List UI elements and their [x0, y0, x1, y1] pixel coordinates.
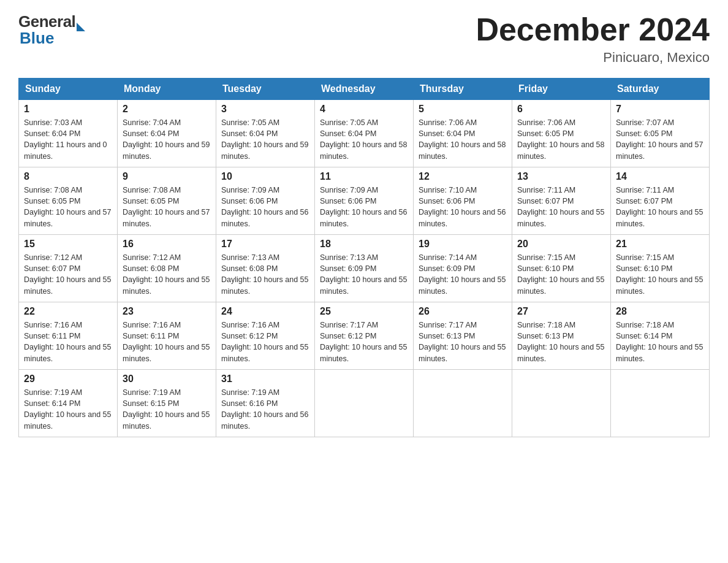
- calendar-header-saturday: Saturday: [611, 79, 710, 100]
- calendar-cell: 8 Sunrise: 7:08 AMSunset: 6:05 PMDayligh…: [19, 167, 118, 235]
- day-number: 30: [123, 373, 211, 385]
- day-number: 28: [616, 306, 704, 317]
- day-number: 24: [221, 306, 309, 317]
- calendar-cell: 12 Sunrise: 7:10 AMSunset: 6:06 PMDaylig…: [414, 167, 512, 235]
- day-number: 23: [123, 306, 211, 317]
- calendar-cell: 20 Sunrise: 7:15 AMSunset: 6:10 PMDaylig…: [512, 235, 611, 302]
- calendar-cell: 28 Sunrise: 7:18 AMSunset: 6:14 PMDaylig…: [611, 302, 710, 370]
- page-header: General Blue December 2024 Pinicuaro, Me…: [18, 12, 710, 66]
- calendar-header-thursday: Thursday: [414, 79, 512, 100]
- day-info: Sunrise: 7:11 AMSunset: 6:07 PMDaylight:…: [517, 186, 604, 228]
- calendar-header-monday: Monday: [118, 79, 216, 100]
- day-info: Sunrise: 7:05 AMSunset: 6:04 PMDaylight:…: [320, 118, 407, 160]
- day-info: Sunrise: 7:17 AMSunset: 6:12 PMDaylight:…: [320, 321, 407, 362]
- day-number: 20: [517, 239, 605, 250]
- day-info: Sunrise: 7:12 AMSunset: 6:08 PMDaylight:…: [123, 253, 210, 295]
- day-info: Sunrise: 7:16 AMSunset: 6:11 PMDaylight:…: [123, 321, 210, 362]
- day-info: Sunrise: 7:05 AMSunset: 6:04 PMDaylight:…: [221, 118, 308, 160]
- calendar-cell: 27 Sunrise: 7:18 AMSunset: 6:13 PMDaylig…: [512, 302, 611, 370]
- day-info: Sunrise: 7:19 AMSunset: 6:14 PMDaylight:…: [24, 388, 111, 430]
- day-info: Sunrise: 7:15 AMSunset: 6:10 PMDaylight:…: [517, 253, 604, 295]
- day-number: 29: [24, 373, 112, 385]
- day-number: 9: [123, 171, 211, 182]
- day-number: 6: [517, 104, 605, 115]
- logo-blue-text: Blue: [20, 29, 54, 48]
- day-number: 8: [24, 171, 112, 182]
- day-info: Sunrise: 7:03 AMSunset: 6:04 PMDaylight:…: [24, 118, 107, 160]
- day-number: 1: [24, 104, 112, 115]
- day-number: 12: [419, 171, 507, 182]
- calendar-cell: 18 Sunrise: 7:13 AMSunset: 6:09 PMDaylig…: [315, 235, 414, 302]
- calendar-cell: 22 Sunrise: 7:16 AMSunset: 6:11 PMDaylig…: [19, 302, 118, 370]
- calendar-cell: [611, 370, 710, 437]
- calendar-cell: [414, 370, 512, 437]
- day-number: 7: [616, 104, 704, 115]
- calendar-cell: 14 Sunrise: 7:11 AMSunset: 6:07 PMDaylig…: [611, 167, 710, 235]
- day-number: 22: [24, 306, 112, 317]
- day-info: Sunrise: 7:06 AMSunset: 6:05 PMDaylight:…: [517, 118, 604, 160]
- calendar-cell: 6 Sunrise: 7:06 AMSunset: 6:05 PMDayligh…: [512, 100, 611, 167]
- calendar-week-row: 8 Sunrise: 7:08 AMSunset: 6:05 PMDayligh…: [19, 167, 710, 235]
- day-info: Sunrise: 7:09 AMSunset: 6:06 PMDaylight:…: [221, 186, 308, 228]
- calendar-cell: 25 Sunrise: 7:17 AMSunset: 6:12 PMDaylig…: [315, 302, 414, 370]
- calendar-week-row: 22 Sunrise: 7:16 AMSunset: 6:11 PMDaylig…: [19, 302, 710, 370]
- calendar-cell: 13 Sunrise: 7:11 AMSunset: 6:07 PMDaylig…: [512, 167, 611, 235]
- day-number: 13: [517, 171, 605, 182]
- location-label: Pinicuaro, Mexico: [476, 50, 710, 66]
- calendar-cell: 11 Sunrise: 7:09 AMSunset: 6:06 PMDaylig…: [315, 167, 414, 235]
- title-area: December 2024 Pinicuaro, Mexico: [476, 12, 710, 66]
- day-number: 4: [320, 104, 408, 115]
- day-info: Sunrise: 7:15 AMSunset: 6:10 PMDaylight:…: [616, 253, 703, 295]
- day-number: 14: [616, 171, 704, 182]
- day-info: Sunrise: 7:09 AMSunset: 6:06 PMDaylight:…: [320, 186, 407, 228]
- day-info: Sunrise: 7:14 AMSunset: 6:09 PMDaylight:…: [419, 253, 506, 295]
- calendar-cell: 21 Sunrise: 7:15 AMSunset: 6:10 PMDaylig…: [611, 235, 710, 302]
- calendar-cell: 10 Sunrise: 7:09 AMSunset: 6:06 PMDaylig…: [216, 167, 315, 235]
- calendar-cell: 1 Sunrise: 7:03 AMSunset: 6:04 PMDayligh…: [19, 100, 118, 167]
- calendar-cell: 15 Sunrise: 7:12 AMSunset: 6:07 PMDaylig…: [19, 235, 118, 302]
- day-number: 2: [123, 104, 211, 115]
- day-info: Sunrise: 7:08 AMSunset: 6:05 PMDaylight:…: [24, 186, 111, 228]
- calendar-week-row: 1 Sunrise: 7:03 AMSunset: 6:04 PMDayligh…: [19, 100, 710, 167]
- day-number: 27: [517, 306, 605, 317]
- day-info: Sunrise: 7:10 AMSunset: 6:06 PMDaylight:…: [419, 186, 506, 228]
- logo: General Blue: [18, 12, 85, 48]
- calendar-cell: 23 Sunrise: 7:16 AMSunset: 6:11 PMDaylig…: [118, 302, 216, 370]
- calendar-table: SundayMondayTuesdayWednesdayThursdayFrid…: [18, 78, 710, 437]
- day-info: Sunrise: 7:18 AMSunset: 6:13 PMDaylight:…: [517, 321, 604, 362]
- calendar-cell: 16 Sunrise: 7:12 AMSunset: 6:08 PMDaylig…: [118, 235, 216, 302]
- calendar-cell: 19 Sunrise: 7:14 AMSunset: 6:09 PMDaylig…: [414, 235, 512, 302]
- day-number: 15: [24, 239, 112, 250]
- calendar-header-row: SundayMondayTuesdayWednesdayThursdayFrid…: [19, 79, 710, 100]
- day-number: 21: [616, 239, 704, 250]
- day-info: Sunrise: 7:18 AMSunset: 6:14 PMDaylight:…: [616, 321, 703, 362]
- calendar-cell: [315, 370, 414, 437]
- day-info: Sunrise: 7:16 AMSunset: 6:12 PMDaylight:…: [221, 321, 308, 362]
- day-info: Sunrise: 7:08 AMSunset: 6:05 PMDaylight:…: [123, 186, 210, 228]
- day-info: Sunrise: 7:13 AMSunset: 6:09 PMDaylight:…: [320, 253, 407, 295]
- calendar-cell: 30 Sunrise: 7:19 AMSunset: 6:15 PMDaylig…: [118, 370, 216, 437]
- day-number: 26: [419, 306, 507, 317]
- day-info: Sunrise: 7:16 AMSunset: 6:11 PMDaylight:…: [24, 321, 111, 362]
- calendar-week-row: 29 Sunrise: 7:19 AMSunset: 6:14 PMDaylig…: [19, 370, 710, 437]
- day-info: Sunrise: 7:13 AMSunset: 6:08 PMDaylight:…: [221, 253, 308, 295]
- calendar-header-tuesday: Tuesday: [216, 79, 315, 100]
- day-number: 31: [221, 373, 309, 385]
- day-info: Sunrise: 7:07 AMSunset: 6:05 PMDaylight:…: [616, 118, 703, 160]
- calendar-cell: [512, 370, 611, 437]
- calendar-cell: 17 Sunrise: 7:13 AMSunset: 6:08 PMDaylig…: [216, 235, 315, 302]
- calendar-week-row: 15 Sunrise: 7:12 AMSunset: 6:07 PMDaylig…: [19, 235, 710, 302]
- calendar-cell: 9 Sunrise: 7:08 AMSunset: 6:05 PMDayligh…: [118, 167, 216, 235]
- day-number: 16: [123, 239, 211, 250]
- day-info: Sunrise: 7:12 AMSunset: 6:07 PMDaylight:…: [24, 253, 111, 295]
- day-number: 11: [320, 171, 408, 182]
- day-info: Sunrise: 7:19 AMSunset: 6:15 PMDaylight:…: [123, 388, 210, 430]
- calendar-cell: 7 Sunrise: 7:07 AMSunset: 6:05 PMDayligh…: [611, 100, 710, 167]
- day-info: Sunrise: 7:11 AMSunset: 6:07 PMDaylight:…: [616, 186, 703, 228]
- month-title: December 2024: [476, 12, 710, 47]
- day-number: 17: [221, 239, 309, 250]
- day-number: 25: [320, 306, 408, 317]
- calendar-cell: 2 Sunrise: 7:04 AMSunset: 6:04 PMDayligh…: [118, 100, 216, 167]
- day-info: Sunrise: 7:19 AMSunset: 6:16 PMDaylight:…: [221, 388, 308, 430]
- day-number: 19: [419, 239, 507, 250]
